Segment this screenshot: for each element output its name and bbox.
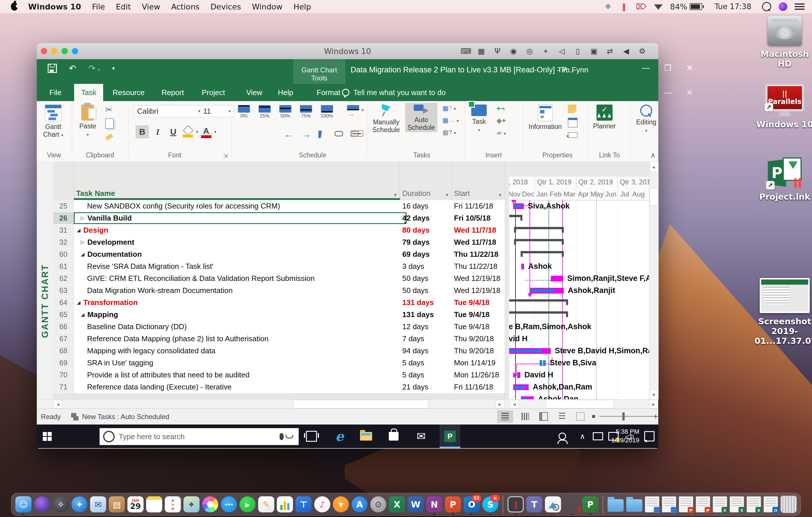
row-number-71[interactable]: 71 bbox=[53, 381, 74, 393]
task-name-cell-31[interactable]: ◢Design bbox=[74, 224, 403, 236]
keyboard-icon[interactable]: ⌨ bbox=[461, 47, 470, 56]
task-name-cell-69[interactable]: SRA in Use' tagging bbox=[74, 357, 413, 369]
wifi-icon[interactable] bbox=[654, 2, 663, 11]
table-row-71[interactable]: 71Reference data landing (Execute) - Ite… bbox=[53, 381, 505, 394]
zoom-out-button[interactable] bbox=[591, 410, 597, 423]
status-new-tasks[interactable]: New Tasks : Auto Scheduled bbox=[71, 413, 169, 421]
table-row-69[interactable]: 69SRA in Use' tagging5 daysMon 1/14/19 bbox=[53, 357, 505, 369]
window-minimize-button[interactable]: — bbox=[638, 63, 654, 72]
vm-titlebar[interactable]: Windows 10 ⌨▦Ψ◉◎⌖◁▯▣⇄◀⚙ bbox=[37, 43, 658, 59]
table-row-62[interactable]: 62GIVE: CRM ETL Reconciliation & Data Va… bbox=[53, 273, 505, 285]
scroll-up-button[interactable]: ▲ bbox=[649, 161, 659, 172]
tab-file[interactable]: File bbox=[42, 84, 68, 101]
file-explorer-taskbar-icon[interactable] bbox=[356, 425, 376, 448]
usb-icon[interactable]: Ψ bbox=[493, 47, 502, 56]
row-number-62[interactable]: 62 bbox=[53, 273, 74, 284]
start-cell-60[interactable]: Thu 11/22/18 bbox=[452, 248, 507, 260]
image-viewer[interactable] bbox=[545, 496, 561, 512]
inactivate-button[interactable] bbox=[351, 130, 363, 137]
table-row-31[interactable]: 31◢Design80 daysWed 11/7/18 bbox=[53, 224, 505, 237]
duration-cell-68[interactable]: 94 days bbox=[400, 345, 454, 357]
collapse-triangle-icon[interactable]: ▷ bbox=[81, 239, 85, 245]
reminders[interactable] bbox=[165, 496, 181, 512]
tab-project[interactable]: Project bbox=[195, 84, 232, 101]
start-cell-63[interactable]: Wed 12/19/18 bbox=[452, 285, 507, 296]
font-dialog-launcher[interactable]: ⇲ bbox=[223, 152, 228, 159]
table-row-65[interactable]: 65◢Mapping131 daysTue 9/4/18 bbox=[53, 309, 505, 321]
row-number-60[interactable]: 60 bbox=[53, 248, 74, 260]
duration-cell-25[interactable]: 16 days bbox=[400, 200, 454, 212]
summary-bar-row9[interactable] bbox=[509, 311, 568, 314]
start-cell-71[interactable]: Fri 11/16/18 bbox=[452, 381, 507, 393]
people-tray-icon[interactable] bbox=[556, 425, 569, 448]
trash[interactable] bbox=[781, 496, 797, 512]
outlook[interactable]: O53 bbox=[464, 496, 480, 512]
tab-resource[interactable]: Resource bbox=[106, 84, 151, 101]
manually-schedule-button[interactable]: ManuallySchedule bbox=[372, 104, 400, 134]
task-name-filter-icon[interactable]: ▼ bbox=[393, 192, 397, 197]
siri-icon[interactable] bbox=[779, 2, 787, 11]
launchpad[interactable]: ✧ bbox=[53, 496, 69, 512]
tab-view[interactable]: View bbox=[239, 84, 269, 101]
task-notes-button[interactable] bbox=[568, 104, 576, 113]
taskbar-search-box[interactable]: Type here to search bbox=[99, 428, 299, 445]
table-row-26[interactable]: 26▷Vanilla Build42 daysFri 10/5/18 bbox=[53, 212, 505, 224]
screenshot-file[interactable]: Screenshot2019-01...17.37.07 bbox=[755, 278, 812, 346]
traffic-minimize-button[interactable] bbox=[51, 48, 57, 54]
tab-task[interactable]: Task bbox=[74, 84, 103, 101]
row-number-31[interactable]: 31 bbox=[53, 224, 74, 236]
window-close-button[interactable]: ✕ bbox=[682, 63, 698, 73]
schedule-75pct-button[interactable]: 75% bbox=[300, 105, 312, 119]
powerpoint[interactable]: P bbox=[445, 496, 461, 512]
redo-icon[interactable]: ↷ ▾ bbox=[88, 63, 100, 73]
table-row-64[interactable]: 64◢Transformation131 daysTue 9/4/18 bbox=[53, 297, 505, 309]
duration-cell-65[interactable]: 131 days bbox=[400, 309, 454, 321]
column-header-duration[interactable]: Duration ▼ bbox=[400, 161, 452, 201]
task-details-button[interactable] bbox=[568, 118, 578, 127]
row-number-61[interactable]: 61 bbox=[53, 261, 74, 272]
row-number-64[interactable]: 64 bbox=[53, 297, 74, 308]
ribbon-minimize-button[interactable]: — bbox=[660, 88, 676, 97]
zoom-slider-track[interactable] bbox=[599, 416, 654, 417]
highlight-color-button[interactable] bbox=[182, 126, 194, 138]
notes[interactable] bbox=[146, 496, 162, 512]
column-header-start[interactable]: Start ▼ bbox=[452, 161, 504, 201]
window-thumb-5[interactable]: X bbox=[713, 496, 727, 512]
duration-cell-60[interactable]: 69 days bbox=[400, 248, 454, 260]
mail[interactable]: ✉ bbox=[90, 496, 106, 512]
tab-help[interactable]: Help bbox=[271, 84, 300, 101]
ribbon-close-button[interactable]: ✕ bbox=[682, 88, 698, 97]
collapse-triangle-icon[interactable]: ▷ bbox=[81, 215, 85, 221]
row-number-25[interactable]: 25 bbox=[53, 200, 74, 212]
font-size-combo[interactable]: 11▾ bbox=[200, 105, 234, 117]
zoom-in-button[interactable]: + bbox=[653, 410, 659, 423]
format-painter-button[interactable] bbox=[105, 133, 113, 141]
dropbox-icon[interactable]: ❖ bbox=[604, 2, 612, 11]
task-name-cell-66[interactable]: Baseline Data Dictionary (DD) bbox=[74, 321, 413, 333]
move-task-button[interactable]: ▦→ ▾ bbox=[442, 117, 459, 124]
parallels-pause-icon[interactable]: ‖ bbox=[620, 2, 629, 11]
gantt-chart-area[interactable]: 4, 2018Qtr 1, 2019Qtr 2, 2019Qtr 3, 2019… bbox=[509, 161, 649, 399]
gantt-bar-row15[interactable] bbox=[513, 384, 529, 390]
word[interactable]: W bbox=[408, 496, 424, 512]
start-cell-61[interactable]: Thu 11/22/18 bbox=[452, 261, 507, 272]
split-bar-row13[interactable] bbox=[543, 360, 546, 366]
system-preferences[interactable]: ⚙ bbox=[370, 496, 386, 512]
tab-report[interactable]: Report bbox=[154, 84, 191, 101]
schedule-0pct-button[interactable]: 0% bbox=[238, 105, 250, 119]
summary-bar-row3[interactable] bbox=[514, 239, 564, 241]
spotlight-search-icon[interactable] bbox=[762, 2, 771, 11]
summary-bar-row8[interactable] bbox=[509, 299, 568, 302]
indent-task-button[interactable]: → bbox=[301, 129, 311, 140]
store-taskbar-icon[interactable] bbox=[383, 425, 404, 448]
start-cell-70[interactable]: Mon 11/26/18 bbox=[452, 369, 507, 381]
task-name-cell-67[interactable]: Reference Data Mapping (phase 2) list to… bbox=[74, 333, 413, 345]
photos[interactable] bbox=[202, 496, 219, 512]
messages[interactable]: ⋯ bbox=[221, 496, 237, 512]
duration-cell-31[interactable]: 80 days bbox=[400, 224, 454, 236]
start-cell-69[interactable]: Mon 1/14/19 bbox=[452, 357, 507, 369]
display-tray-icon[interactable] bbox=[591, 425, 605, 448]
vertical-scroll-thumb[interactable] bbox=[650, 188, 658, 205]
duration-cell-67[interactable]: 7 days bbox=[400, 333, 454, 345]
menubar-menu-file[interactable]: File bbox=[92, 2, 105, 11]
